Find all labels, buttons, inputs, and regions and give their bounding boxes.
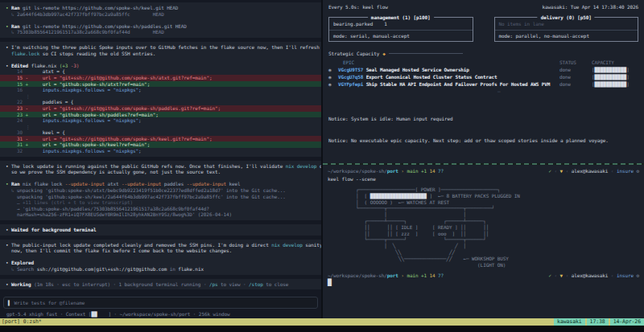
terminal-line: ││ ││ [ IDLE ] [ READY ] ││ ││	[328, 224, 639, 231]
epic-table-header: EPIC STATUS CAPACITY	[328, 59, 638, 66]
notice-line: Notice: No executable epic capacity. Nex…	[328, 137, 638, 144]
notice-line: Notice: System is idle: Human input requ…	[328, 115, 638, 122]
terminal-line: • Ran git ls-remote https://github.com/s…	[0, 23, 321, 30]
terminal-line: 32 inputs.nixpkgs.follows = "nixpkgs";	[0, 148, 321, 154]
codex-transcript: • Ran git ls-remote https://github.com/s…	[0, 2, 321, 294]
shell-prompt: ~/workspace/spoke-sh/port › main +1 14 7…	[328, 273, 639, 279]
terminal-line: 30 keel = {	[0, 129, 321, 136]
tmux-date-badge: 14-Apr-26	[610, 318, 644, 326]
shell-command: keel flow --scene	[328, 176, 639, 182]
epic-row[interactable]: ◉ VGcgU7q58 Export Canonical Hosted Clus…	[328, 73, 638, 80]
terminal-line: 22 paddles = {	[0, 99, 321, 105]
terminal-line: ↳ 2a644f64b3db997ac42f737fbff97bc2a9a85f…	[0, 11, 321, 18]
epic-id: VGYFpfepi	[338, 81, 363, 87]
tmux-statusbar: [port] 0:zsh* kawasaki 17:38 14-Apr-26	[0, 318, 644, 326]
shell-pane: ~/workspace/spoke-sh/port › main +1 14 7…	[323, 165, 644, 318]
terminal-line: • Explored	[0, 260, 321, 266]
terminal-line: ╲╲───────────────╱╱ ←─ WORKSHOP BUSY	[328, 256, 639, 262]
codex-input[interactable]: ▌ Write tests for @filename	[3, 297, 318, 309]
message-block: • The lock update is running against the…	[0, 161, 321, 220]
terminal-line	[0, 175, 321, 182]
message-block: • I'm switching the three public Spoke i…	[0, 42, 321, 157]
notices: Notice: System is idle: Human input requ…	[328, 100, 638, 158]
ascii-scene: ┌────────────────────[ POWER ]──────────…	[328, 186, 639, 268]
codex-pane: • Ran git ls-remote https://github.com/s…	[0, 0, 321, 318]
lane-box-title: delivery (0) [p50]	[538, 14, 595, 21]
epic-row[interactable]: ◉ VGYFpfepi Ship Stable HA API Endpoint …	[328, 80, 638, 88]
terminal-line: │ [ ████████████████████ ] ←─ 8 BATTERY …	[328, 193, 639, 199]
tmux-time-badge: 17:38	[587, 318, 609, 326]
epic-bullet-icon: ◉	[328, 80, 338, 88]
lane-mode: mode: parallel, no-manual-accept	[495, 30, 638, 41]
terminal-line: 16 inputs.nixpkgs.follows = "nixpkgs";	[0, 87, 321, 93]
terminal-line: narHash=sha256-zFR1+iQ7FX8EUSdeY0R9mIlIh…	[0, 211, 321, 218]
terminal-line: → 'github:spoke-sh/paddles/75303b8556412…	[0, 206, 321, 212]
terminal-line: • The public-input lock update completed…	[0, 242, 321, 248]
message-block: • Working (1m 18s · esc to interrupt) · …	[0, 279, 321, 290]
terminal-line: ││ ││ [ zzz ] [ ooo ] ││ ││	[328, 231, 639, 237]
prompt-right: ✓ ‹ ▼ ‹ alex@kawasaki ‹ insure ⚙	[549, 273, 639, 279]
epic-status: done	[559, 80, 592, 88]
lane-item-count: 1	[384, 21, 387, 27]
epic-id: VGcgU7q58	[338, 74, 363, 80]
terminal-line	[0, 56, 321, 63]
epic-title: Export Canonical Hosted Cluster Status C…	[366, 74, 497, 80]
prompt-right: ✓ ‹ ▼ ‹ alex@kawasaki ‹ insure ⚙	[549, 168, 639, 174]
cursor-line[interactable]: █	[328, 279, 639, 286]
terminal-line: flake.lock so CI stops reading the old S…	[0, 51, 321, 57]
terminal-line: so we prove the SSH dependency is actual…	[0, 169, 321, 175]
lane-mode: mode: serial, manual-accept	[329, 30, 473, 41]
column-header-status: STATUS	[559, 59, 592, 66]
strategic-capacity-section: Strategic Capacity ◆	[328, 50, 638, 57]
lane-empty-label: No items in lane	[499, 21, 544, 27]
message-block: • The public-input lock update completed…	[0, 240, 321, 275]
watch-header: Every 5.0s: keel flow kawasaki: Tue Apr …	[328, 3, 638, 10]
lane-box-delivery: delivery (0) [p50] No items in lane mode…	[494, 17, 639, 42]
codex-statusline: gpt-5.4 xhigh fast · Context [██ ] · ~/w…	[1, 310, 230, 318]
terminal-line: 24 inputs.nixpkgs.follows = "nixpkgs";	[0, 117, 321, 124]
epic-capacity-bar: [███████████]	[592, 80, 638, 88]
lane-boxes: management (1) [p100] bearing.parked 1 m…	[328, 17, 638, 42]
terminal-line: • Edited flake.nix (+3 -3)	[0, 63, 321, 69]
terminal-line: … +11 lines (ctrl + t to view transcript…	[0, 199, 321, 206]
terminal-line: │ │	[328, 211, 639, 218]
terminal-line: • Working (1m 18s · esc to interrupt) · …	[0, 281, 321, 288]
terminal-line: 23 - url = "git+ssh://git@github.com/spo…	[0, 105, 321, 112]
epic-id: VGcgU9TS7	[338, 67, 363, 72]
terminal-line: └──────┬──────┘ └──────┬──────┘	[328, 236, 639, 243]
epic-capacity-bar: [███████████]	[592, 66, 638, 73]
terminal-line: • Ran git ls-remote https://github.com/s…	[0, 5, 321, 11]
lane-box-management: management (1) [p100] bearing.parked 1 m…	[328, 17, 473, 42]
terminal-line: └─────────┬───────────────────────────┬─…	[328, 205, 639, 211]
epic-status: done	[559, 66, 592, 73]
terminal-line: • Waited for background terminal	[0, 227, 321, 233]
lane-item-label: bearing.parked	[333, 21, 373, 27]
diamond-icon: ◆	[382, 50, 386, 57]
terminal-line: 31 + url = "github:spoke-sh/keel?ref=mai…	[0, 141, 321, 148]
terminal-line: 15 - url = "git+ssh://git@github.com/spo…	[0, 75, 321, 81]
input-placeholder: Write tests for @filename	[14, 300, 85, 305]
message-block: • Waited for background terminal	[0, 224, 321, 236]
watch-host-time: kawasaki: Tue Apr 14 17:38:40 2026	[543, 3, 638, 10]
tmux-window-tab[interactable]: 0:zsh*	[23, 318, 42, 325]
epic-bullet-icon: ◉	[328, 66, 338, 73]
tmux-session-name: [port]	[2, 318, 20, 325]
watch-interval-label: Every 5.0s: keel flow	[328, 3, 388, 10]
message-block: • Ran git ls-remote https://github.com/s…	[0, 2, 321, 38]
column-header-capacity: CAPACITY	[592, 59, 638, 66]
terminal-line: • The lock update is running against the…	[0, 163, 321, 170]
epic-row[interactable]: ◉ VGcgU9TS7 Seal Managed Hosted Service …	[328, 66, 638, 73]
terminal-line: ╲╲ ╱╱	[328, 249, 639, 256]
epic-title: Seal Managed Hosted Service Ownership	[366, 67, 469, 72]
terminal-line: ┌────────────────────[ POWER ]──────────…	[328, 186, 639, 193]
terminal-line: 15 + url = "github:spoke-sh/atxt?ref=mai…	[0, 81, 321, 88]
terminal-line	[0, 17, 321, 23]
terminal-line: ↳ Search ssh://git@github.com|git\+ssh:/…	[0, 266, 321, 273]
lane-box-title: management (1) [p100]	[368, 14, 434, 21]
terminal-screen: • Ran git ls-remote https://github.com/s…	[0, 0, 644, 332]
terminal-line: ⋮	[0, 124, 321, 130]
epic-capacity-bar: [███████████]	[592, 73, 638, 80]
terminal-line: 14 atxt = {	[0, 68, 321, 75]
terminal-line: │ ( OOOOOO ) ←─ WATCHES AT REST	[328, 199, 639, 206]
terminal-line: ⋮	[0, 93, 321, 100]
